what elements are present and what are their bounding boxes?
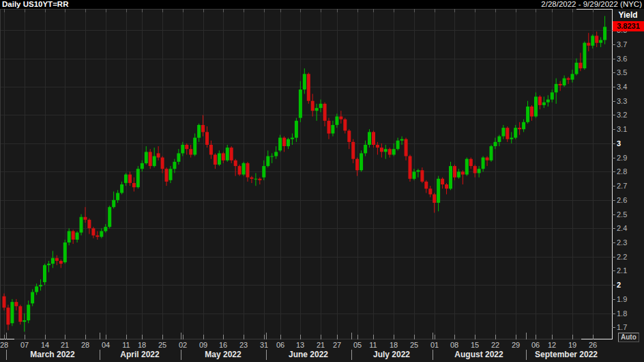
candle-body xyxy=(327,121,331,134)
candle-body xyxy=(567,79,570,80)
candle xyxy=(234,159,237,176)
candle-body xyxy=(380,148,383,152)
candle xyxy=(27,301,30,323)
candle xyxy=(108,206,111,228)
price-tick-label: 3 xyxy=(617,139,643,148)
candle xyxy=(161,156,164,173)
candle-body xyxy=(457,171,460,177)
candle-body xyxy=(209,145,213,155)
candle xyxy=(315,104,319,121)
date-tick-label: 11 xyxy=(369,341,377,349)
candle xyxy=(87,219,91,234)
candle-body xyxy=(136,169,140,187)
price-tick-label: 1.8 xyxy=(617,309,643,318)
date-tick-label: 16 xyxy=(219,341,227,349)
candle-body xyxy=(177,153,180,161)
candle-body xyxy=(274,152,278,156)
candle xyxy=(380,143,383,158)
candle-body xyxy=(6,307,10,324)
candle-body xyxy=(315,108,319,111)
candle-body xyxy=(128,175,132,183)
candle-body xyxy=(526,107,529,122)
candle xyxy=(355,158,359,176)
candle xyxy=(428,186,432,197)
candle xyxy=(347,129,351,149)
price-tick-label: 2.2 xyxy=(617,253,643,261)
candle-body xyxy=(55,258,59,261)
candle-body xyxy=(494,142,497,146)
candle xyxy=(266,150,269,167)
candle-body xyxy=(282,138,286,146)
candle-body xyxy=(307,74,310,100)
candle-body xyxy=(396,141,400,149)
date-tick-label: 02 xyxy=(179,341,187,349)
candle-body xyxy=(355,159,359,171)
month-separator xyxy=(6,350,7,360)
candle-body xyxy=(510,138,513,139)
candle-body xyxy=(169,169,173,180)
candle xyxy=(416,169,420,178)
candle-body xyxy=(368,132,371,145)
candle xyxy=(599,38,602,48)
price-axis-label: Yield xyxy=(613,10,643,20)
candle xyxy=(526,101,529,124)
candle xyxy=(469,158,473,169)
price-tick-label: 2.3 xyxy=(617,238,643,247)
candle-body xyxy=(420,170,424,182)
candle-body xyxy=(145,152,148,163)
price-tick-label: 1.9 xyxy=(617,295,643,303)
candle xyxy=(384,145,387,159)
candle xyxy=(319,100,323,113)
candle-body xyxy=(173,162,176,169)
candle-body xyxy=(461,171,465,174)
candle xyxy=(14,299,18,311)
candle xyxy=(323,102,327,126)
candle xyxy=(343,118,347,134)
candle-body xyxy=(189,149,192,154)
candle xyxy=(303,68,306,94)
candle xyxy=(278,135,282,152)
candle-body xyxy=(413,171,416,178)
candle xyxy=(59,260,63,268)
candle-body xyxy=(68,231,71,242)
candle xyxy=(388,148,392,158)
candle xyxy=(437,176,440,212)
month-label: September 2022 xyxy=(535,350,598,359)
month-separator xyxy=(100,350,100,360)
candle-body xyxy=(222,153,225,160)
candle xyxy=(205,126,209,148)
candle xyxy=(197,124,201,142)
candle-body xyxy=(595,36,598,42)
candle-body xyxy=(193,138,196,155)
candle xyxy=(230,146,233,163)
candle-body xyxy=(80,217,83,233)
candle xyxy=(274,146,278,159)
candle xyxy=(91,227,95,238)
candle xyxy=(173,159,176,173)
candle-body xyxy=(542,102,546,105)
candle-body xyxy=(242,163,246,175)
date-tick-label: 31 xyxy=(260,341,268,349)
auto-scale-button[interactable]: Auto xyxy=(618,333,639,342)
price-tick-label: 2.1 xyxy=(617,266,643,275)
candle-body xyxy=(23,320,26,322)
date-tick-label: 08 xyxy=(450,341,458,349)
candle-body xyxy=(197,125,201,138)
candle xyxy=(39,279,42,291)
candle-body xyxy=(571,74,574,79)
candle xyxy=(449,162,452,190)
candle xyxy=(327,118,331,139)
candle-body xyxy=(120,184,123,193)
candle-body xyxy=(18,306,22,322)
candle-body xyxy=(339,117,342,120)
candle-body xyxy=(384,149,387,152)
candle-body xyxy=(201,125,205,132)
candle xyxy=(55,255,59,266)
candlestick-plot[interactable] xyxy=(0,0,644,362)
candle-body xyxy=(205,132,209,145)
candle-body xyxy=(343,120,347,131)
candle xyxy=(287,138,290,150)
candle xyxy=(339,111,342,124)
month-label: March 2022 xyxy=(30,350,74,359)
candle xyxy=(153,148,156,167)
